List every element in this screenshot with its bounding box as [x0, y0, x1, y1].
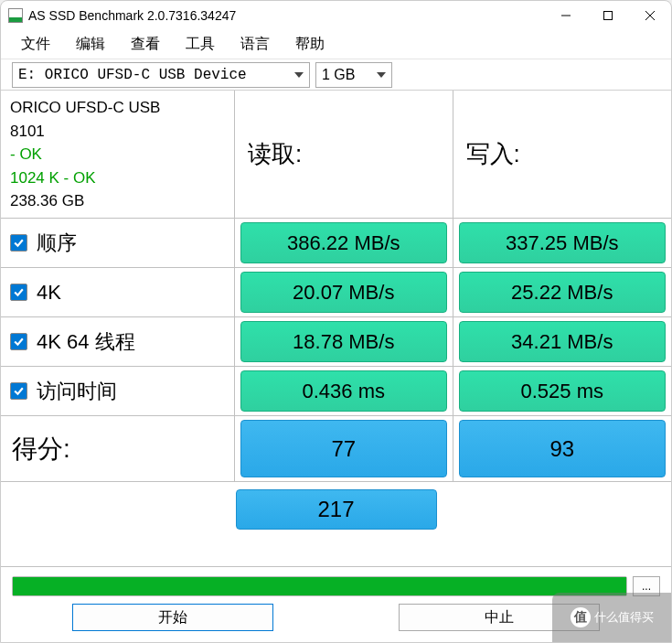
row-seq: 顺序 — [1, 219, 235, 268]
menu-edit[interactable]: 编辑 — [76, 35, 105, 54]
checkbox-4k[interactable] — [10, 284, 27, 301]
menu-file[interactable]: 文件 — [21, 35, 50, 54]
device-name: ORICO UFSD-C USB — [10, 96, 160, 120]
chevron-down-icon — [294, 72, 304, 78]
score-label: 得分: — [1, 416, 235, 482]
results-grid: ORICO UFSD-C USB 8101 - OK 1024 K - OK 2… — [1, 91, 671, 567]
seq-read-value: 386.22 MB/s — [240, 222, 447, 263]
menu-help[interactable]: 帮助 — [295, 35, 325, 54]
score-read: 77 — [240, 420, 447, 477]
score-write: 93 — [459, 420, 667, 477]
row-access-label: 访问时间 — [37, 378, 117, 405]
minimize-button[interactable] — [545, 1, 587, 30]
selector-row: E: ORICO UFSD-C USB Device 1 GB — [1, 59, 671, 91]
row-4k64: 4K 64 线程 — [1, 317, 235, 367]
4k-read-value: 20.07 MB/s — [240, 272, 447, 313]
checkbox-access[interactable] — [10, 382, 27, 400]
score-total: 217 — [236, 489, 437, 530]
button-row: 开始 中止 — [1, 600, 671, 642]
4k-write-value: 25.22 MB/s — [459, 272, 667, 313]
menu-tools[interactable]: 工具 — [186, 35, 215, 54]
svg-rect-1 — [604, 12, 613, 20]
checkbox-4k64[interactable] — [10, 333, 27, 350]
access-read-value: 0.436 ms — [240, 370, 447, 412]
device-status-2: 1024 K - OK — [10, 166, 96, 190]
row-4k64-label: 4K 64 线程 — [37, 328, 135, 356]
column-header-read: 读取: — [235, 91, 453, 219]
total-score-row: 217 — [1, 482, 671, 537]
menu-language[interactable]: 语言 — [240, 35, 270, 54]
access-write-value: 0.525 ms — [459, 370, 667, 412]
device-model: 8101 — [10, 120, 45, 144]
drive-select-value: E: ORICO UFSD-C USB Device — [18, 67, 247, 83]
progress-bar — [12, 576, 627, 596]
4k64-write-value: 34.21 MB/s — [459, 321, 667, 362]
menubar: 文件 编辑 查看 工具 语言 帮助 — [1, 30, 671, 59]
titlebar: AS SSD Benchmark 2.0.7316.34247 — [1, 1, 671, 30]
row-4k-label: 4K — [37, 281, 61, 305]
column-header-write: 写入: — [453, 91, 672, 219]
size-select[interactable]: 1 GB — [315, 62, 392, 88]
size-select-value: 1 GB — [322, 67, 355, 83]
device-status-1: - OK — [10, 143, 42, 166]
row-4k: 4K — [1, 268, 235, 317]
more-button[interactable]: ... — [633, 576, 660, 596]
close-button[interactable] — [629, 1, 671, 30]
menu-view[interactable]: 查看 — [131, 35, 160, 54]
stop-button[interactable]: 中止 — [399, 604, 600, 631]
drive-select[interactable]: E: ORICO UFSD-C USB Device — [12, 62, 310, 88]
maximize-button[interactable] — [587, 1, 629, 30]
chevron-down-icon — [377, 72, 386, 78]
app-icon — [8, 8, 23, 23]
4k64-read-value: 18.78 MB/s — [240, 321, 447, 362]
device-info: ORICO UFSD-C USB 8101 - OK 1024 K - OK 2… — [1, 91, 235, 219]
checkbox-seq[interactable] — [10, 234, 27, 252]
row-access: 访问时间 — [1, 367, 235, 416]
progress-fill — [13, 577, 626, 595]
seq-write-value: 337.25 MB/s — [459, 222, 667, 263]
app-window: AS SSD Benchmark 2.0.7316.34247 文件 编辑 查看… — [0, 0, 672, 643]
window-title: AS SSD Benchmark 2.0.7316.34247 — [28, 8, 236, 23]
start-button[interactable]: 开始 — [72, 604, 273, 631]
row-seq-label: 顺序 — [37, 230, 77, 257]
device-capacity: 238.36 GB — [10, 189, 84, 213]
progress-area: ... — [1, 567, 671, 600]
